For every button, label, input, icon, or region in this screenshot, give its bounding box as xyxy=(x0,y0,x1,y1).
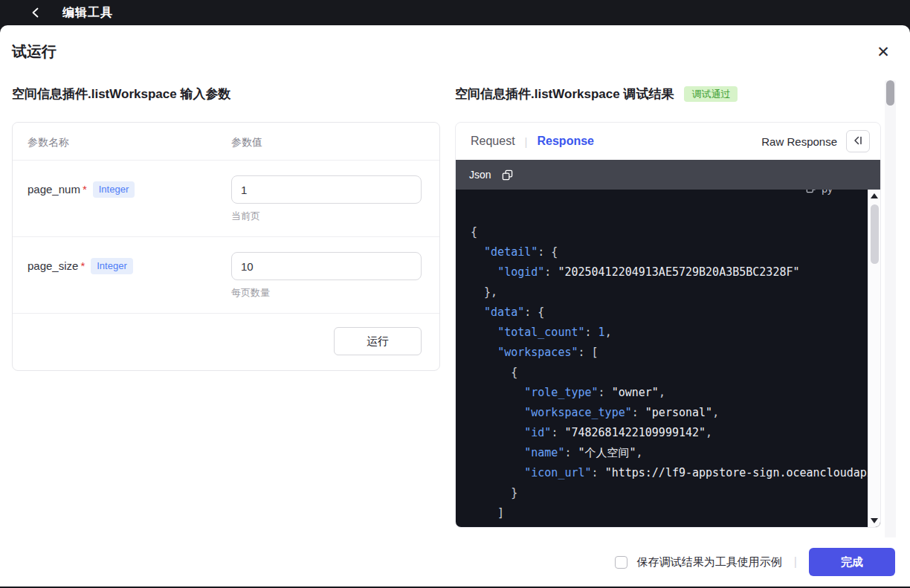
modal-title: 试运行 xyxy=(12,42,898,62)
tab-divider: | xyxy=(525,135,528,148)
raw-response-label: Raw Response xyxy=(761,135,837,148)
copy-icon-partial xyxy=(806,190,816,196)
code-line: "workspace_type": "personal", xyxy=(471,403,851,423)
input-params-section: 空间信息插件.listWorkspace 输入参数 参数名称 参数值 page_… xyxy=(12,66,440,528)
code-line: } xyxy=(471,483,851,503)
modal-header: 试运行 ✕ xyxy=(0,25,910,66)
result-tabbar: Request | Response Raw Response xyxy=(456,123,880,160)
param-row-page-num: page_num * Integer 当前页 xyxy=(13,161,439,237)
save-example-checkbox[interactable] xyxy=(615,556,627,569)
code-line: "icon_url": "https://lf9-appstore-sign.o… xyxy=(471,463,851,483)
code-line: "id": "7482681422109999142", xyxy=(471,423,851,443)
code-line: "logid": "20250412204913AE5729B20A3B5BC2… xyxy=(471,262,851,282)
param-name: page_num xyxy=(28,183,80,196)
required-asterisk: * xyxy=(80,259,85,272)
param-hint: 每页数量 xyxy=(231,286,425,300)
close-icon[interactable]: ✕ xyxy=(873,42,894,62)
param-hint: 当前页 xyxy=(231,210,425,223)
code-line: "detail": { xyxy=(471,242,851,262)
code-line: { xyxy=(471,363,851,383)
column-header-name: 参数名称 xyxy=(28,136,231,149)
param-name-cell: page_num * Integer xyxy=(28,175,231,198)
save-example-label: 保存调试结果为工具使用示例 xyxy=(637,555,782,569)
type-badge: Integer xyxy=(93,181,135,198)
code-line: ] xyxy=(471,503,851,523)
collapse-panel-button[interactable] xyxy=(846,130,870,152)
back-icon[interactable] xyxy=(27,4,45,22)
json-code: { "detail": { "logid": "20250412204913AE… xyxy=(471,222,851,523)
code-line: "name": "个人空间", xyxy=(471,443,851,463)
type-badge: Integer xyxy=(91,258,132,274)
run-row: 运行 xyxy=(13,314,439,370)
modal-body: 空间信息插件.listWorkspace 输入参数 参数名称 参数值 page_… xyxy=(0,66,910,528)
required-asterisk: * xyxy=(83,183,87,196)
page-size-input[interactable] xyxy=(231,252,422,280)
code-scrollbar[interactable] xyxy=(868,190,880,527)
done-button[interactable]: 完成 xyxy=(809,548,895,576)
param-name-cell: page_size * Integer xyxy=(28,252,231,274)
code-scroll-thumb[interactable] xyxy=(871,204,879,264)
scroll-down-icon[interactable] xyxy=(871,518,878,523)
modal-scrollbar[interactable] xyxy=(885,80,896,552)
collapse-icon xyxy=(852,135,864,149)
code-line: { xyxy=(471,222,851,242)
code-line: "total_count": 1, xyxy=(471,323,851,343)
trial-run-modal: 试运行 ✕ 空间信息插件.listWorkspace 输入参数 参数名称 参数值… xyxy=(0,25,910,587)
column-header-value: 参数值 xyxy=(231,136,262,149)
modal-footer: 保存调试结果为工具使用示例 | 完成 xyxy=(0,537,910,587)
params-panel: 参数名称 参数值 page_num * Integer 当前页 xyxy=(12,122,440,371)
page-num-input[interactable] xyxy=(231,175,422,204)
scroll-up-icon[interactable] xyxy=(871,193,878,198)
param-row-page-size: page_size * Integer 每页数量 xyxy=(13,237,439,314)
page-title: 编辑工具 xyxy=(62,5,113,21)
partial-copy-control[interactable]: py xyxy=(806,190,833,198)
tabbar-right: Raw Response xyxy=(761,130,870,152)
param-name: page_size xyxy=(28,259,78,272)
topbar: 编辑工具 xyxy=(0,0,910,25)
code-line: "role_type": "owner", xyxy=(471,383,851,403)
json-response-viewer: py { "detail": { "logid": "2025041220491… xyxy=(456,190,880,527)
run-button[interactable]: 运行 xyxy=(334,327,422,355)
modal-scroll-thumb[interactable] xyxy=(886,80,894,106)
param-value-cell: 每页数量 xyxy=(231,252,425,300)
code-line: }, xyxy=(471,282,851,303)
input-params-title: 空间信息插件.listWorkspace 输入参数 xyxy=(12,85,440,103)
footer-divider: | xyxy=(794,555,797,569)
code-line: "data": { xyxy=(471,303,851,323)
debug-result-heading-row: 空间信息插件.listWorkspace 调试结果 调试通过 xyxy=(455,85,881,103)
debug-result-title: 空间信息插件.listWorkspace 调试结果 xyxy=(455,85,674,103)
json-format-strip: Json xyxy=(456,160,880,190)
params-table-header: 参数名称 参数值 xyxy=(13,123,439,161)
status-badge: 调试通过 xyxy=(684,86,738,102)
param-value-cell: 当前页 xyxy=(231,175,425,223)
debug-result-section: 空间信息插件.listWorkspace 调试结果 调试通过 Request |… xyxy=(455,66,881,528)
copy-icon[interactable] xyxy=(502,169,513,181)
partial-copy-label: py xyxy=(822,190,833,195)
json-format-label: Json xyxy=(469,169,491,181)
code-line: "workspaces": [ xyxy=(471,343,851,363)
tab-response[interactable]: Response xyxy=(538,135,594,148)
result-panel: Request | Response Raw Response Json xyxy=(455,122,881,528)
tab-request[interactable]: Request xyxy=(471,135,515,148)
